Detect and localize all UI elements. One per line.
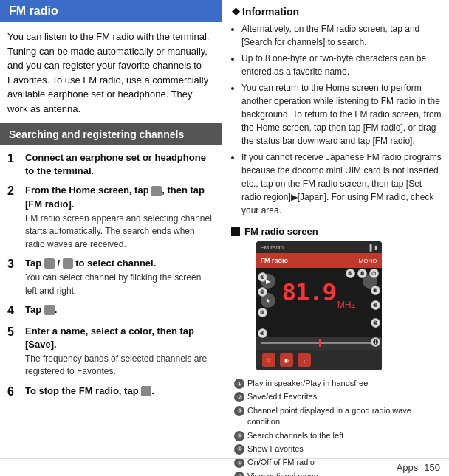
fm-bottom-bar: ☆ ◉ ⋮: [256, 350, 382, 370]
step-5-title: Enter a name, select a color, then tap […: [25, 325, 214, 351]
step-1-content: Connect an earphone set or headphone to …: [25, 151, 214, 178]
step-4-content: Tap .: [25, 303, 214, 317]
steps-list: 1 Connect an earphone set or headphone t…: [0, 151, 222, 400]
fm-radio-header: FM radio: [0, 0, 222, 22]
left-column: FM radio You can listen to the FM radio …: [0, 0, 222, 406]
annot-badge-2: ②: [234, 392, 244, 402]
fm-freq-unit: MHz: [337, 300, 356, 310]
fm-title-freq-small: MONO: [359, 258, 377, 264]
black-square-icon: [231, 227, 240, 236]
step-3-desc: You can select channel by flicking the s…: [25, 272, 214, 297]
info-bullets-list: Alternatively, on the FM radio screen, t…: [231, 22, 443, 217]
step-5-num: 5: [7, 325, 21, 340]
step-1-title: Connect an earphone set or headphone to …: [25, 151, 214, 178]
footer-page-number: 150: [424, 462, 440, 473]
step-6-num: 6: [7, 384, 21, 400]
step-3: 3 Tap / to select channel. You can selec…: [7, 257, 214, 297]
intro-text: You can listen to the FM radio with the …: [0, 30, 222, 123]
annot-row-5: ⑤ Show Favorites: [234, 444, 440, 455]
annot-row-2: ② Save/edit Favorites: [234, 391, 440, 402]
section-header: Searching and registering channels: [0, 123, 222, 145]
step-3-title: Tap / to select channel.: [25, 257, 214, 270]
step-5-content: Enter a name, select a color, then tap […: [25, 325, 214, 379]
fm-title-text: FM radio: [261, 257, 289, 264]
fm-freq-marker: [319, 339, 321, 347]
star-icon: ★: [265, 297, 270, 304]
section-title: Searching and registering channels: [9, 128, 184, 140]
annot-circle-10: ⑩: [371, 318, 380, 328]
battery-icon: ▮: [374, 244, 377, 251]
annot-row-4: ④ Search channels to the left: [234, 430, 440, 441]
fm-status-bar: FM radio ▐ ▮: [256, 241, 382, 253]
intro-paragraph: You can listen to the FM radio with the …: [7, 31, 209, 114]
step-6-content: To stop the FM radio, tap .: [25, 384, 214, 398]
annot-text-1: Play in speaker/Play in handsfree: [247, 378, 368, 389]
fm-frequency-display: 81.9: [282, 278, 336, 306]
fm-bottom-icon-3[interactable]: ⋮: [298, 353, 311, 367]
step-1: 1 Connect an earphone set or headphone t…: [7, 151, 214, 178]
step-1-num: 1: [7, 151, 21, 167]
fm-screen-mockup: FM radio ▐ ▮ FM radio MONO ▶: [256, 241, 382, 370]
annot-text-5: Show Favorites: [247, 444, 304, 455]
info-bullet-4: If you cannot receive Japanese FM radio …: [241, 151, 443, 217]
step-2: 2 From the Home screen, tap , then tap […: [7, 184, 214, 251]
annot-text-2: Save/edit Favorites: [247, 391, 317, 402]
step-6-title: To stop the FM radio, tap .: [25, 384, 214, 398]
step-2-title: From the Home screen, tap , then tap [FM…: [25, 184, 214, 210]
fm-bottom-icon-1[interactable]: ☆: [262, 353, 275, 367]
fm-status-right: ▐ ▮: [368, 244, 377, 251]
fm-bottom-icon-3-text: ⋮: [301, 357, 307, 364]
fm-bottom-icon-2[interactable]: ◉: [280, 353, 293, 367]
annot-circle-5: ⑤: [346, 269, 355, 278]
footer-apps-label: Apps: [397, 462, 419, 473]
annot-row-1: ① Play in speaker/Play in handsfree: [234, 378, 440, 389]
right-column: Information Alternatively, on the FM rad…: [225, 0, 449, 476]
info-bullet-3: You can return to the Home screen to per…: [241, 81, 443, 148]
step-4: 4 Tap .: [7, 303, 214, 319]
annot-circle-9: ⑨: [371, 300, 380, 310]
annot-badge-5: ⑤: [234, 444, 244, 455]
step-5-desc: The frequency bands of selected channels…: [25, 353, 214, 379]
annot-circle-8: ⑧: [371, 286, 380, 295]
annot-text-4: Search channels to the left: [247, 430, 343, 441]
signal-icon: ▐: [368, 244, 372, 251]
fm-screen-label-row: FM radio screen: [231, 226, 443, 237]
step-6: 6 To stop the FM radio, tap .: [7, 384, 214, 400]
step-2-desc: FM radio screen appears and selecting ch…: [25, 213, 214, 251]
fm-bottom-icon-1-text: ☆: [266, 357, 271, 364]
annot-badge-4: ④: [234, 431, 244, 441]
fm-screen-wrapper: FM radio ▐ ▮ FM radio MONO ▶: [231, 241, 443, 370]
fm-status-left-text: FM radio: [261, 244, 284, 251]
step-3-content: Tap / to select channel. You can select …: [25, 257, 214, 297]
annot-circle-4: ④: [258, 328, 267, 338]
header-title: FM radio: [9, 4, 58, 17]
annot-badge-3: ③: [234, 406, 244, 416]
annot-circle-7: ⑦: [369, 269, 379, 278]
annot-text-3: Channel point displayed in a good radio …: [247, 405, 440, 428]
info-header: Information: [231, 6, 443, 18]
fm-freq-bar-line: [261, 342, 377, 344]
annot-badge-1: ①: [234, 379, 244, 389]
fm-screen-label-text: FM radio screen: [244, 226, 318, 237]
fm-title-bar: FM radio MONO: [256, 253, 382, 268]
info-bullet-2: Up to 8 one-byte or two-byte characters …: [241, 52, 443, 78]
fm-bottom-icon-2-text: ◉: [284, 357, 289, 364]
info-bullet-1: Alternatively, on the FM radio screen, t…: [241, 22, 443, 49]
step-3-num: 3: [7, 257, 21, 272]
step-4-num: 4: [7, 303, 21, 319]
annot-circle-2: ②: [258, 287, 267, 297]
step-2-content: From the Home screen, tap , then tap [FM…: [25, 184, 214, 251]
step-5: 5 Enter a name, select a color, then tap…: [7, 325, 214, 379]
annot-circle-3: ③: [258, 308, 267, 317]
annot-circle-6: ⑥: [357, 269, 367, 278]
annot-circle-11: ⑪: [371, 337, 380, 347]
annot-row-3: ③ Channel point displayed in a good radi…: [234, 405, 440, 428]
fm-freq-bar: [256, 337, 382, 350]
annot-circle-1: ①: [258, 272, 267, 282]
step-4-title: Tap .: [25, 303, 214, 317]
step-2-num: 2: [7, 184, 21, 199]
footer: Apps 150: [0, 458, 449, 476]
